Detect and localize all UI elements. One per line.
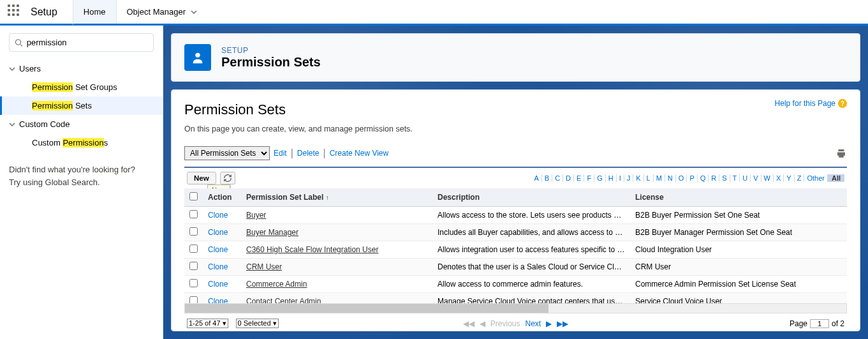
col-label[interactable]: Permission Set Label ↑: [241, 188, 432, 207]
alpha-S[interactable]: S: [719, 174, 730, 182]
help-icon: ?: [838, 99, 847, 108]
table-scroll[interactable]: Action Permission Set Label ↑ Descriptio…: [184, 188, 847, 303]
permission-set-link[interactable]: Buyer: [246, 211, 266, 220]
sidebar-item-permission-sets[interactable]: Permission Sets: [0, 96, 163, 115]
row-checkbox[interactable]: [189, 210, 198, 218]
refresh-button[interactable]: [220, 172, 235, 185]
clone-link[interactable]: Clone: [208, 280, 228, 289]
app-launcher-icon[interactable]: [8, 4, 23, 20]
description: On this page you can create, view, and m…: [184, 124, 847, 133]
chevron-down-icon: [9, 66, 15, 72]
alpha-N[interactable]: N: [665, 174, 676, 182]
topnav: Home Object Manager: [73, 0, 207, 24]
sidebar-search[interactable]: [9, 33, 154, 52]
topbar: Setup Home Object Manager: [0, 0, 868, 26]
nav-home[interactable]: Home: [73, 0, 116, 26]
permission-set-link[interactable]: Commerce Admin: [246, 280, 307, 289]
clone-link[interactable]: Clone: [208, 245, 228, 254]
row-description: Allow access to commerce admin features.: [432, 276, 630, 293]
alpha-I[interactable]: I: [617, 174, 624, 182]
alpha-R[interactable]: R: [709, 174, 719, 182]
permission-set-link[interactable]: CRM User: [246, 262, 282, 271]
alpha-filter: ABCDEFGHIJKLMNOPQRSTUVWXYZOtherAll: [531, 174, 844, 182]
nav-object-manager[interactable]: Object Manager: [116, 0, 208, 24]
clone-link[interactable]: Clone: [208, 262, 228, 271]
help-link[interactable]: Help for this Page ?: [775, 99, 847, 108]
row-checkbox[interactable]: [189, 262, 198, 270]
horizontal-scrollbar[interactable]: [184, 303, 847, 313]
tree-custom-code[interactable]: Custom Code: [0, 115, 163, 133]
alpha-H[interactable]: H: [606, 174, 617, 182]
permission-set-link[interactable]: Contact Center Admin: [246, 297, 321, 303]
print-icon[interactable]: [835, 147, 847, 159]
create-view-link[interactable]: Create New View: [330, 149, 388, 158]
search-icon: [15, 38, 23, 47]
table-row: CloneCRM UserDenotes that the user is a …: [184, 259, 847, 276]
alpha-O[interactable]: O: [676, 174, 688, 182]
col-license[interactable]: License: [630, 188, 847, 207]
row-checkbox[interactable]: [189, 279, 198, 287]
alpha-Q[interactable]: Q: [698, 174, 709, 182]
new-button[interactable]: New: [187, 172, 216, 185]
alpha-U[interactable]: U: [740, 174, 751, 182]
refresh-icon: [223, 174, 232, 183]
alpha-X[interactable]: X: [774, 174, 784, 182]
content-card: Help for this Page ? Permission Sets On …: [171, 89, 860, 331]
svg-point-0: [15, 39, 20, 44]
row-license: Commerce Admin Permission Set License Se…: [630, 276, 847, 293]
row-checkbox[interactable]: [189, 296, 198, 303]
sidebar-item-permission-set-groups[interactable]: Permission Set Groups: [0, 78, 163, 96]
heading: Permission Sets: [184, 102, 847, 118]
last-page-icon[interactable]: ▶▶: [557, 319, 568, 328]
alpha-E[interactable]: E: [574, 174, 584, 182]
permission-set-link[interactable]: C360 High Scale Flow Integration User: [246, 245, 378, 254]
select-all-checkbox[interactable]: [189, 192, 198, 200]
svg-line-1: [20, 44, 22, 46]
alpha-J[interactable]: J: [624, 174, 634, 182]
row-license: CRM User: [630, 259, 847, 276]
alpha-T[interactable]: T: [730, 174, 740, 182]
search-input[interactable]: [27, 38, 148, 47]
row-checkbox[interactable]: [189, 245, 198, 253]
alpha-B[interactable]: B: [542, 174, 552, 182]
col-description[interactable]: Description: [432, 188, 630, 207]
table-row: CloneC360 High Scale Flow Integration Us…: [184, 241, 847, 259]
alpha-V[interactable]: V: [751, 174, 761, 182]
view-select[interactable]: All Permission Sets: [184, 146, 270, 160]
next-page-icon[interactable]: ▶: [546, 319, 552, 328]
page-input[interactable]: [810, 319, 829, 328]
col-action[interactable]: Action: [203, 188, 241, 207]
alpha-Y[interactable]: Y: [784, 174, 794, 182]
alpha-K[interactable]: K: [633, 174, 644, 182]
alpha-W[interactable]: W: [761, 174, 774, 182]
next-link[interactable]: Next: [526, 319, 541, 328]
row-license: Cloud Integration User: [630, 241, 847, 259]
range-select[interactable]: 1-25 of 47 ▾: [187, 319, 228, 328]
alpha-M[interactable]: M: [654, 174, 665, 182]
permission-set-link[interactable]: Buyer Manager: [246, 228, 298, 237]
alpha-P[interactable]: P: [687, 174, 697, 182]
table-row: CloneCommerce AdminAllow access to comme…: [184, 276, 847, 293]
sidebar-item-custom-permissions[interactable]: Custom Permissions: [0, 133, 163, 152]
clone-link[interactable]: Clone: [208, 297, 228, 303]
alpha-L[interactable]: L: [644, 174, 654, 182]
selected-count[interactable]: 0 Selected ▾: [236, 319, 279, 328]
alpha-C[interactable]: C: [552, 174, 563, 182]
alpha-F[interactable]: F: [584, 174, 594, 182]
alpha-A[interactable]: A: [531, 174, 541, 182]
first-page-icon: ◀◀: [463, 319, 474, 328]
edit-view-link[interactable]: Edit: [274, 149, 287, 158]
alpha-G[interactable]: G: [594, 174, 606, 182]
row-license: B2B Buyer Manager Permission Set One Sea…: [630, 224, 847, 241]
sidebar: Users Permission Set Groups Permission S…: [0, 26, 163, 339]
clone-link[interactable]: Clone: [208, 211, 228, 220]
tree-users[interactable]: Users: [0, 59, 163, 78]
delete-view-link[interactable]: Delete: [297, 149, 320, 158]
row-description: Denotes that the user is a Sales Cloud o…: [432, 259, 630, 276]
alpha-Z[interactable]: Z: [795, 174, 805, 182]
clone-link[interactable]: Clone: [208, 228, 228, 237]
row-checkbox[interactable]: [189, 227, 198, 236]
alpha-other[interactable]: Other: [804, 174, 828, 182]
alpha-all[interactable]: All: [828, 174, 844, 182]
alpha-D[interactable]: D: [563, 174, 574, 182]
